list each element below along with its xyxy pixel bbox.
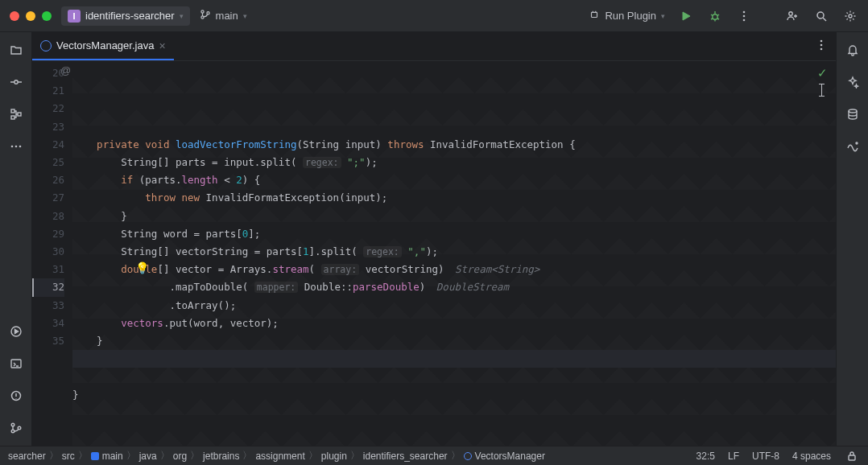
- svg-point-9: [817, 12, 824, 19]
- database-tool-button[interactable]: [845, 106, 861, 122]
- code-content[interactable]: 💡 private void loadVectorFromString(Stri…: [72, 61, 836, 446]
- svg-rect-3: [592, 12, 597, 17]
- chevron-down-icon: ▾: [180, 12, 184, 20]
- structure-tool-button[interactable]: [8, 106, 24, 122]
- chevron-down-icon: ▾: [661, 12, 665, 20]
- svg-point-24: [820, 39, 823, 42]
- chevron-down-icon: ▾: [243, 12, 247, 20]
- main-content: VectorsManager.java × @ ✓ 20212223242526…: [0, 32, 868, 446]
- vcs-tool-button[interactable]: [8, 420, 24, 436]
- java-class-icon: [40, 40, 52, 51]
- more-tools-button[interactable]: [8, 138, 24, 154]
- search-button[interactable]: [813, 8, 829, 24]
- run-config-name: Run Plugin: [605, 10, 656, 22]
- minimize-window-button[interactable]: [26, 11, 35, 21]
- svg-point-2: [206, 12, 209, 14]
- text-caret: [821, 84, 822, 97]
- right-tool-strip: [836, 32, 868, 446]
- project-name: identifiers-searcher: [85, 10, 175, 22]
- run-tool-button[interactable]: [8, 323, 24, 339]
- svg-point-11: [14, 80, 17, 84]
- caret-position[interactable]: 32:5: [696, 451, 715, 462]
- close-window-button[interactable]: [10, 11, 19, 21]
- svg-rect-12: [11, 109, 14, 113]
- line-number-gutter: 20212223242526272829303132333435: [32, 61, 72, 446]
- svg-point-1: [200, 16, 203, 19]
- svg-point-4: [713, 14, 717, 19]
- file-encoding[interactable]: UTF-8: [752, 451, 779, 462]
- svg-point-23: [18, 426, 21, 430]
- commit-tool-button[interactable]: [8, 74, 24, 90]
- window-controls: [10, 11, 52, 21]
- read-only-toggle[interactable]: [844, 448, 860, 464]
- tabs-more-button[interactable]: [807, 39, 836, 55]
- svg-point-26: [820, 47, 823, 50]
- code-with-me-button[interactable]: [784, 8, 800, 24]
- indent-settings[interactable]: 4 spaces: [792, 451, 831, 462]
- svg-point-27: [849, 109, 857, 113]
- svg-rect-29: [849, 455, 855, 460]
- branch-name: main: [216, 10, 238, 22]
- svg-point-16: [14, 146, 17, 148]
- project-selector[interactable]: I identifiers-searcher ▾: [61, 6, 190, 26]
- svg-point-22: [11, 430, 14, 433]
- vcs-branch-selector[interactable]: main ▾: [200, 9, 247, 23]
- notifications-button[interactable]: [845, 42, 861, 58]
- editor-tabs: VectorsManager.java ×: [32, 32, 836, 61]
- profiler-tool-button[interactable]: [845, 138, 861, 154]
- project-tool-button[interactable]: [8, 42, 24, 58]
- editor-area: VectorsManager.java × @ ✓ 20212223242526…: [32, 32, 836, 446]
- svg-point-21: [11, 423, 14, 426]
- svg-point-8: [789, 11, 792, 14]
- plugin-icon: [589, 9, 600, 23]
- titlebar: I identifiers-searcher ▾ main ▾ Run Plug…: [0, 0, 868, 32]
- run-button[interactable]: [678, 8, 694, 24]
- more-actions-button[interactable]: [736, 8, 752, 24]
- tab-filename: VectorsManager.java: [56, 39, 154, 51]
- debug-button[interactable]: [707, 8, 723, 24]
- svg-point-5: [743, 10, 746, 13]
- problems-tool-button[interactable]: [8, 388, 24, 404]
- close-tab-button[interactable]: ×: [159, 39, 165, 52]
- svg-point-15: [10, 146, 13, 148]
- ai-assistant-button[interactable]: [845, 74, 861, 90]
- svg-point-0: [200, 10, 203, 13]
- run-config-selector[interactable]: Run Plugin ▾: [589, 9, 665, 23]
- svg-point-6: [743, 14, 746, 17]
- settings-button[interactable]: [842, 8, 858, 24]
- svg-rect-14: [18, 113, 21, 116]
- svg-point-28: [856, 142, 858, 144]
- branch-icon: [200, 9, 211, 23]
- lightbulb-icon[interactable]: 💡: [135, 259, 149, 277]
- project-icon: I: [68, 10, 81, 23]
- tab-active[interactable]: VectorsManager.java ×: [32, 32, 174, 60]
- svg-rect-13: [11, 116, 14, 119]
- line-separator[interactable]: LF: [728, 451, 739, 462]
- status-bar: searcher 〉 src 〉 main 〉 java 〉 org 〉 jet…: [0, 446, 868, 465]
- svg-point-25: [820, 43, 823, 46]
- svg-point-10: [849, 14, 852, 18]
- maximize-window-button[interactable]: [42, 11, 52, 21]
- svg-point-7: [743, 19, 746, 21]
- code-editor[interactable]: @ ✓ 20212223242526272829303132333435 💡 p…: [32, 61, 836, 446]
- left-tool-strip: [0, 32, 32, 446]
- navigation-breadcrumbs[interactable]: searcher 〉 src 〉 main 〉 java 〉 org 〉 jet…: [8, 449, 545, 463]
- terminal-tool-button[interactable]: [8, 356, 24, 372]
- svg-point-17: [19, 146, 21, 148]
